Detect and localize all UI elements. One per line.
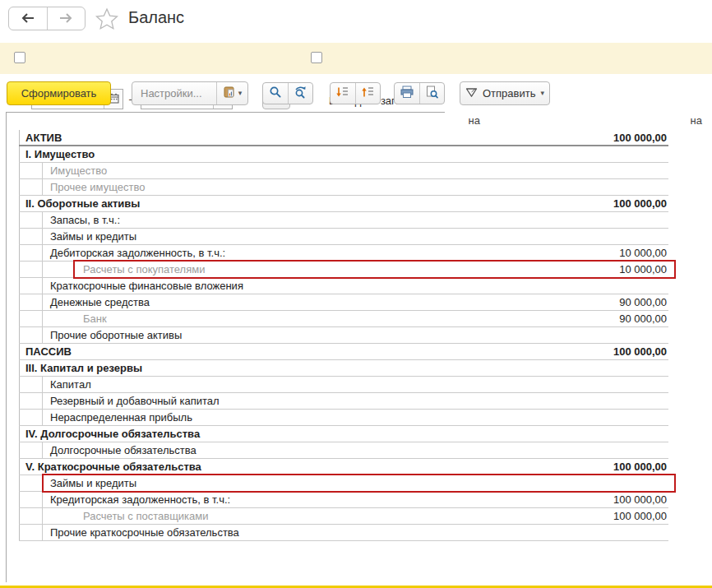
search-next-button[interactable] bbox=[288, 83, 313, 104]
page-title: Баланс bbox=[128, 8, 184, 27]
table-row[interactable]: Прочие краткосрочные обязательства bbox=[19, 525, 668, 541]
search-icon bbox=[269, 86, 282, 102]
row-value: 10 000,00 bbox=[619, 262, 667, 277]
table-row[interactable]: Займы и кредиты bbox=[19, 475, 668, 492]
sort-descending-button[interactable] bbox=[331, 83, 355, 104]
table-row[interactable]: Резервный и добавочный капитал bbox=[19, 393, 668, 410]
table-top-border bbox=[7, 112, 445, 113]
table-row[interactable]: Дебиторская задолженность, в т.ч.:10 000… bbox=[19, 245, 668, 262]
table-row[interactable]: Расчеты с поставщиками100 000,00 bbox=[19, 508, 668, 525]
favorite-star-icon[interactable] bbox=[95, 7, 118, 30]
table-row[interactable]: Банк90 000,00 bbox=[19, 311, 668, 327]
row-label: Расчеты с поставщиками bbox=[19, 508, 209, 524]
report-variant-icon bbox=[223, 86, 236, 102]
row-value: 100 000,00 bbox=[613, 459, 667, 475]
row-label: Запасы, в т.ч.: bbox=[19, 212, 120, 228]
table-row[interactable]: Капитал bbox=[19, 377, 668, 393]
show-header-checkbox[interactable] bbox=[311, 52, 322, 63]
print-icon bbox=[400, 86, 414, 102]
row-label: АКТИВ bbox=[19, 130, 62, 146]
sort-descending-icon bbox=[335, 86, 349, 102]
row-label: II. Оборотные активы bbox=[19, 196, 140, 211]
print-preview-icon bbox=[425, 86, 438, 102]
table-row[interactable]: IV. Долгосрочные обязательства bbox=[19, 426, 668, 442]
table-row[interactable]: ПАССИВ100 000,00 bbox=[19, 344, 668, 360]
search-next-icon bbox=[294, 86, 307, 102]
row-label: Прочее имущество bbox=[19, 179, 145, 195]
back-button[interactable] bbox=[9, 7, 47, 30]
row-label: Краткосрочные финансовые вложения bbox=[19, 278, 243, 294]
row-value: 100 000,00 bbox=[613, 492, 667, 507]
row-label: Прочие краткосрочные обязательства bbox=[19, 525, 239, 540]
table-row[interactable]: Прочие оборотные активы bbox=[19, 327, 668, 344]
row-value: 100 000,00 bbox=[613, 344, 667, 359]
table-row[interactable]: Расчеты с покупателями10 000,00 bbox=[19, 262, 668, 278]
row-value: 90 000,00 bbox=[619, 311, 667, 326]
chevron-down-icon: ▾ bbox=[540, 90, 544, 97]
table-row[interactable]: Денежные средства90 000,00 bbox=[19, 294, 668, 311]
table-row[interactable]: II. Оборотные активы100 000,00 bbox=[19, 196, 668, 212]
print-button[interactable] bbox=[395, 83, 419, 104]
settings-group: Настройки... ▾ bbox=[132, 81, 248, 105]
sort-ascending-icon bbox=[361, 86, 375, 102]
print-group bbox=[394, 82, 445, 104]
table-row[interactable]: I. Имущество bbox=[19, 146, 668, 163]
row-value: 100 000,00 bbox=[613, 196, 667, 211]
arrow-right-icon bbox=[58, 12, 74, 26]
table-row[interactable]: Запасы, в т.ч.: bbox=[19, 212, 668, 229]
table-row[interactable]: Нераспределенная прибыль bbox=[19, 410, 668, 426]
row-label: I. Имущество bbox=[19, 146, 95, 162]
forward-button[interactable] bbox=[47, 7, 86, 30]
send-button-label: Отправить bbox=[483, 87, 535, 100]
row-label: Долгосрочные обязательства bbox=[19, 442, 196, 458]
row-label: Кредиторская задолженность, в т.ч.: bbox=[19, 492, 230, 507]
row-value: 10 000,00 bbox=[619, 245, 667, 261]
filter-bar: 01.11.2025 – 30.11.2025 ... Выводить заг… bbox=[0, 43, 712, 74]
row-value: 100 000,00 bbox=[613, 508, 667, 524]
history-nav-group bbox=[8, 7, 86, 30]
table-row[interactable]: АКТИВ100 000,00 bbox=[19, 130, 668, 146]
row-label: ПАССИВ bbox=[19, 344, 72, 359]
row-label: Денежные средства bbox=[19, 294, 150, 310]
row-value: 90 000,00 bbox=[619, 294, 667, 310]
row-label: V. Краткосрочные обязательства bbox=[19, 459, 201, 475]
row-label: Займы и кредиты bbox=[19, 475, 136, 491]
send-button[interactable]: Отправить ▾ bbox=[460, 81, 550, 105]
row-label: Расчеты с покупателями bbox=[19, 262, 205, 277]
sort-ascending-button[interactable] bbox=[355, 83, 381, 104]
column-header-period-2[interactable]: на bbox=[7, 114, 702, 128]
table-row[interactable]: Прочее имущество bbox=[19, 179, 668, 196]
row-label: III. Капитал и резервы bbox=[19, 360, 142, 376]
table-row[interactable]: Кредиторская задолженность, в т.ч.:100 0… bbox=[19, 492, 668, 508]
search-button[interactable] bbox=[263, 83, 288, 104]
print-preview-button[interactable] bbox=[419, 83, 445, 104]
row-label: Нераспределенная прибыль bbox=[19, 410, 192, 425]
row-label: Резервный и добавочный капитал bbox=[19, 393, 220, 409]
send-icon bbox=[465, 86, 478, 101]
row-label: Капитал bbox=[19, 377, 91, 392]
table-row[interactable]: Краткосрочные финансовые вложения bbox=[19, 278, 668, 294]
row-label: Дебиторская задолженность, в т.ч.: bbox=[19, 245, 225, 261]
report-table: на на АКТИВ100 000,00I. ИмуществоИмущест… bbox=[6, 112, 701, 582]
table-row[interactable]: Имущество bbox=[19, 163, 668, 179]
arrow-left-icon bbox=[20, 12, 36, 26]
generate-button[interactable]: Сформировать bbox=[7, 81, 111, 105]
row-label: Имущество bbox=[19, 163, 107, 178]
row-label: Банк bbox=[19, 311, 107, 326]
sort-group bbox=[330, 82, 381, 104]
row-value: 100 000,00 bbox=[613, 130, 667, 146]
search-group bbox=[262, 82, 313, 104]
row-label: IV. Долгосрочные обязательства bbox=[19, 426, 200, 442]
row-label: Прочие оборотные активы bbox=[19, 327, 182, 343]
report-variant-button[interactable]: ▾ bbox=[216, 82, 247, 104]
table-row[interactable]: III. Капитал и резервы bbox=[19, 360, 668, 377]
chevron-down-icon: ▾ bbox=[238, 90, 243, 97]
row-label: Займы и кредиты bbox=[19, 229, 136, 244]
table-row[interactable]: Долгосрочные обязательства bbox=[19, 442, 668, 459]
period-checkbox[interactable] bbox=[14, 52, 25, 63]
table-row[interactable]: Займы и кредиты bbox=[19, 229, 668, 245]
settings-button[interactable]: Настройки... bbox=[132, 82, 216, 104]
table-row[interactable]: V. Краткосрочные обязательства100 000,00 bbox=[19, 459, 668, 475]
